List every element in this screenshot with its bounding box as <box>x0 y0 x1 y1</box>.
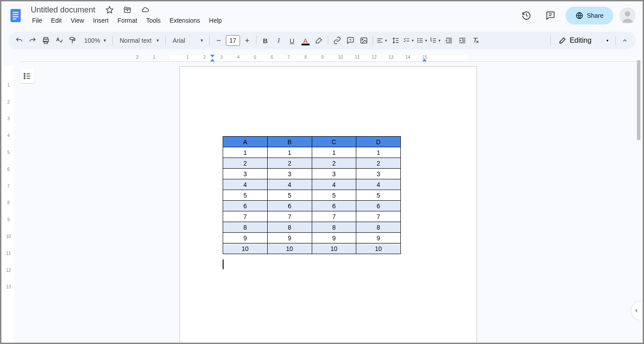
vertical-ruler[interactable]: 2112345678910111213 <box>3 60 14 343</box>
table-row[interactable]: 3333 <box>223 169 401 179</box>
italic-button[interactable]: I <box>273 34 285 47</box>
checklist-button[interactable]: ▼ <box>403 34 415 47</box>
menu-format[interactable]: Format <box>114 16 141 27</box>
table-cell[interactable]: 5 <box>356 190 401 201</box>
table-cell[interactable]: 6 <box>267 201 312 211</box>
mode-dropdown[interactable]: Editing ▼ <box>554 34 613 47</box>
redo-button[interactable] <box>26 34 39 47</box>
line-spacing-button[interactable] <box>389 34 402 47</box>
table-cell[interactable]: 8 <box>312 222 356 233</box>
numbered-list-button[interactable]: 12▼ <box>429 34 442 47</box>
comments-icon[interactable] <box>542 7 559 24</box>
table-cell[interactable]: 9 <box>267 233 312 243</box>
move-icon[interactable] <box>121 5 134 14</box>
share-button[interactable]: Share <box>566 7 613 24</box>
menu-help[interactable]: Help <box>205 16 226 27</box>
document-title[interactable]: Untitled document <box>28 5 98 15</box>
star-icon[interactable] <box>103 5 116 14</box>
font-dropdown[interactable]: Arial▼ <box>168 34 207 47</box>
table-cell[interactable]: 6 <box>356 201 401 211</box>
undo-button[interactable] <box>13 34 25 47</box>
table-header-cell[interactable]: A <box>223 137 268 147</box>
table-cell[interactable]: 3 <box>267 169 312 179</box>
table-cell[interactable]: 3 <box>223 169 268 179</box>
table-row[interactable]: 7777 <box>223 211 401 222</box>
menu-extensions[interactable]: Extensions <box>166 16 204 27</box>
highlight-button[interactable] <box>313 34 325 47</box>
table-cell[interactable]: 2 <box>356 158 401 169</box>
table-cell[interactable]: 6 <box>312 201 356 211</box>
table-row[interactable]: 9999 <box>223 233 401 243</box>
outline-toggle-button[interactable] <box>20 69 34 83</box>
paint-format-button[interactable] <box>66 34 79 47</box>
table-row[interactable]: 1111 <box>223 147 401 158</box>
styles-dropdown[interactable]: Normal text▼ <box>115 34 163 47</box>
table-header-cell[interactable]: C <box>312 137 356 147</box>
table-cell[interactable]: 2 <box>223 158 268 169</box>
table-row[interactable]: 4444 <box>223 179 401 190</box>
zoom-dropdown[interactable]: 100%▼ <box>80 34 110 47</box>
table-cell[interactable]: 4 <box>267 179 312 190</box>
history-icon[interactable] <box>518 7 535 24</box>
increase-font-button[interactable] <box>241 34 253 47</box>
docs-logo[interactable] <box>7 7 24 24</box>
table-cell[interactable]: 8 <box>356 222 401 233</box>
avatar[interactable] <box>620 8 636 24</box>
table-cell[interactable]: 5 <box>223 190 268 201</box>
menu-tools[interactable]: Tools <box>142 16 165 27</box>
table-cell[interactable]: 1 <box>312 147 356 158</box>
table-header-cell[interactable]: D <box>356 137 401 147</box>
menu-insert[interactable]: Insert <box>89 16 113 27</box>
table-cell[interactable]: 9 <box>356 233 401 243</box>
table-cell[interactable]: 2 <box>267 158 312 169</box>
table-row[interactable]: 10101010 <box>223 243 401 254</box>
table-cell[interactable]: 10 <box>223 243 268 254</box>
table-row[interactable]: 2222 <box>223 158 401 169</box>
table-cell[interactable]: 7 <box>267 211 312 222</box>
menu-file[interactable]: File <box>28 16 46 27</box>
table-cell[interactable]: 8 <box>223 222 268 233</box>
menu-edit[interactable]: Edit <box>47 16 66 27</box>
table-cell[interactable]: 2 <box>312 158 356 169</box>
table-cell[interactable]: 1 <box>356 147 401 158</box>
add-comment-button[interactable] <box>344 34 357 47</box>
align-button[interactable]: ▼ <box>376 34 388 47</box>
collapse-toolbar-button[interactable] <box>619 34 631 47</box>
print-button[interactable] <box>40 34 52 47</box>
table-cell[interactable]: 1 <box>223 147 268 158</box>
decrease-font-button[interactable] <box>212 34 225 47</box>
decrease-indent-button[interactable] <box>443 34 455 47</box>
table-cell[interactable]: 1 <box>267 147 312 158</box>
table-cell[interactable]: 5 <box>312 190 356 201</box>
table-cell[interactable]: 4 <box>223 179 268 190</box>
first-line-indent-marker[interactable] <box>210 55 215 57</box>
font-size-input[interactable]: 17 <box>226 35 240 46</box>
table-row[interactable]: 5555 <box>223 190 401 201</box>
table-cell[interactable]: 8 <box>267 222 312 233</box>
table-row[interactable]: 6666 <box>223 201 401 211</box>
table-cell[interactable]: 10 <box>312 243 356 254</box>
table-cell[interactable]: 4 <box>312 179 356 190</box>
link-button[interactable] <box>331 34 343 47</box>
scrollbar-thumb[interactable] <box>637 60 640 140</box>
table-cell[interactable]: 3 <box>312 169 356 179</box>
increase-indent-button[interactable] <box>456 34 469 47</box>
table-cell[interactable]: 4 <box>356 179 401 190</box>
spellcheck-button[interactable] <box>53 34 65 47</box>
table-cell[interactable]: 6 <box>223 201 268 211</box>
table-cell[interactable]: 9 <box>223 233 268 243</box>
table-cell[interactable]: 9 <box>312 233 356 243</box>
document-page[interactable]: ABCD 11112222333344445555666677778888999… <box>179 66 477 343</box>
table-cell[interactable]: 7 <box>223 211 268 222</box>
table-cell[interactable]: 7 <box>356 211 401 222</box>
cloud-status-icon[interactable] <box>139 5 151 14</box>
document-scroll[interactable]: ABCD 11112222333344445555666677778888999… <box>14 60 643 343</box>
table-row[interactable]: 8888 <box>223 222 401 233</box>
bold-button[interactable]: B <box>259 34 272 47</box>
scrollbar[interactable] <box>636 59 641 341</box>
clear-formatting-button[interactable] <box>469 34 482 47</box>
table-cell[interactable]: 3 <box>356 169 401 179</box>
table-cell[interactable]: 10 <box>356 243 401 254</box>
data-table[interactable]: ABCD 11112222333344445555666677778888999… <box>223 136 401 254</box>
text-color-button[interactable]: A <box>299 34 312 47</box>
